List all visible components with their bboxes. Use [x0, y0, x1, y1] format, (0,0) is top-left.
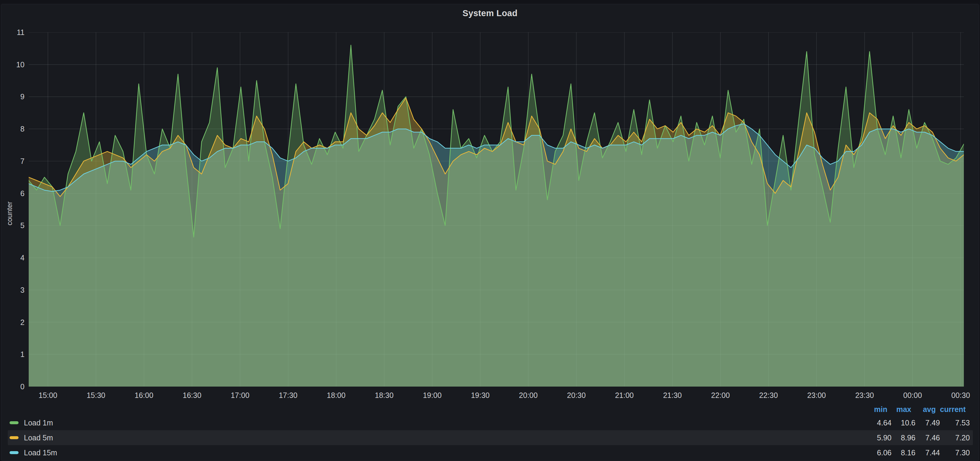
legend-rows: Load 1m 4.64 10.6 7.49 7.53 Load 5m 5.90… [8, 415, 973, 460]
stat-min: 6.06 [868, 448, 891, 457]
y-tick-label: 6 [0, 189, 24, 198]
legend-header-avg[interactable]: avg [915, 405, 940, 414]
stat-max: 8.16 [891, 448, 915, 457]
stat-current: 7.30 [940, 448, 970, 457]
x-tick-label: 20:30 [555, 390, 597, 400]
x-tick-label: 19:30 [459, 390, 501, 400]
stat-avg: 7.44 [915, 448, 940, 457]
legend-stats-load-1m: 4.64 10.6 7.49 7.53 [868, 418, 970, 427]
x-tick-label: 17:00 [219, 390, 261, 400]
panel-title[interactable]: System Load [0, 8, 980, 18]
stat-min: 4.64 [868, 418, 891, 427]
legend-header-max[interactable]: max [891, 405, 915, 414]
y-tick-label: 1 [0, 350, 24, 359]
x-tick-label: 15:30 [75, 390, 117, 400]
x-tick-label: 18:00 [315, 390, 357, 400]
x-tick-label: 00:00 [892, 390, 934, 400]
x-axis-ticks: 15:0015:3016:0016:3017:0017:3018:0018:30… [29, 390, 964, 401]
x-tick-label: 17:30 [267, 390, 309, 400]
stat-avg: 7.49 [915, 418, 940, 427]
legend: min max avg current Load 1m 4.64 10.6 7.… [8, 405, 973, 460]
x-tick-label: 16:30 [171, 390, 213, 400]
legend-stats-load-5m: 5.90 8.96 7.46 7.20 [868, 434, 970, 442]
chart-canvas[interactable] [29, 32, 964, 386]
x-tick-label: 19:00 [411, 390, 453, 400]
legend-label-load-15m[interactable]: Load 15m [24, 448, 57, 457]
x-tick-label: 23:30 [844, 390, 886, 400]
legend-header-current[interactable]: current [940, 405, 970, 414]
y-tick-label: 0 [0, 382, 24, 391]
legend-row-load-1m[interactable]: Load 1m 4.64 10.6 7.49 7.53 [8, 415, 973, 430]
y-tick-label: 2 [0, 318, 24, 327]
stat-min: 5.90 [868, 434, 891, 442]
y-tick-label: 9 [0, 92, 24, 101]
y-tick-label: 4 [0, 253, 24, 262]
y-tick-label: 8 [0, 124, 24, 134]
series-fill-load-15m [29, 124, 964, 386]
x-tick-label: 21:30 [651, 390, 693, 400]
x-tick-label: 00:30 [940, 390, 980, 400]
legend-header-min[interactable]: min [868, 405, 891, 414]
legend-row-load-15m[interactable]: Load 15m 6.06 8.16 7.44 7.30 [8, 445, 973, 460]
legend-swatch-load-1m[interactable] [10, 421, 19, 424]
legend-stats-load-15m: 6.06 8.16 7.44 7.30 [868, 448, 970, 457]
x-tick-label: 15:00 [27, 390, 69, 400]
x-tick-label: 20:00 [508, 390, 549, 400]
stat-max: 8.96 [891, 434, 915, 442]
legend-row-load-5m[interactable]: Load 5m 5.90 8.96 7.46 7.20 [8, 430, 973, 445]
legend-swatch-load-5m[interactable] [10, 436, 19, 439]
x-tick-label: 22:00 [700, 390, 741, 400]
y-axis-ticks: 01234567891011 [0, 32, 24, 386]
x-tick-label: 18:30 [363, 390, 405, 400]
x-tick-label: 23:00 [795, 390, 837, 400]
legend-label-load-1m[interactable]: Load 1m [24, 418, 53, 427]
chart-svg [29, 32, 964, 386]
y-tick-label: 5 [0, 221, 24, 230]
stat-current: 7.20 [940, 434, 970, 442]
stat-max: 10.6 [891, 418, 915, 427]
y-tick-label: 3 [0, 286, 24, 294]
y-tick-label: 11 [0, 28, 24, 37]
x-tick-label: 22:30 [748, 390, 789, 400]
y-tick-label: 10 [0, 60, 24, 69]
x-tick-label: 21:00 [603, 390, 645, 400]
x-tick-label: 16:00 [123, 390, 165, 400]
legend-header: min max avg current [8, 405, 970, 414]
legend-label-load-5m[interactable]: Load 5m [24, 434, 53, 442]
y-tick-label: 7 [0, 157, 24, 165]
stat-current: 7.53 [940, 418, 970, 427]
stat-avg: 7.46 [915, 434, 940, 442]
legend-swatch-load-15m[interactable] [10, 451, 19, 454]
